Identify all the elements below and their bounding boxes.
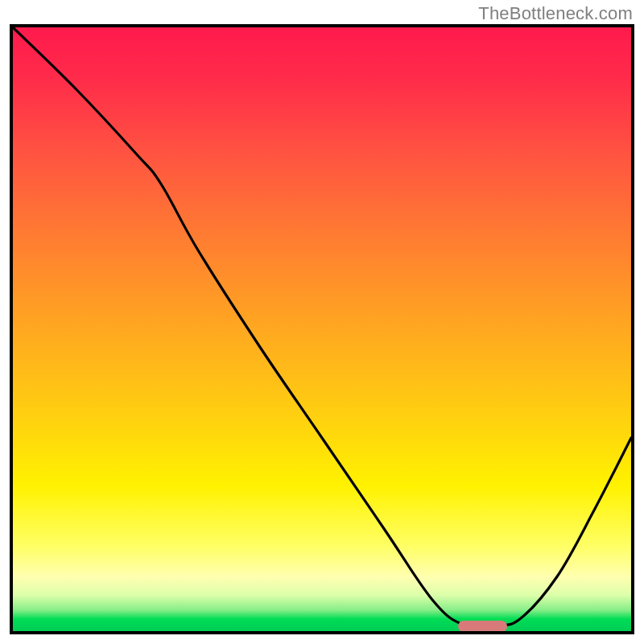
optimal-zone-marker: [458, 621, 507, 632]
chart-frame: [10, 24, 634, 634]
bottleneck-curve: [13, 27, 631, 631]
watermark-text: TheBottleneck.com: [478, 3, 633, 24]
